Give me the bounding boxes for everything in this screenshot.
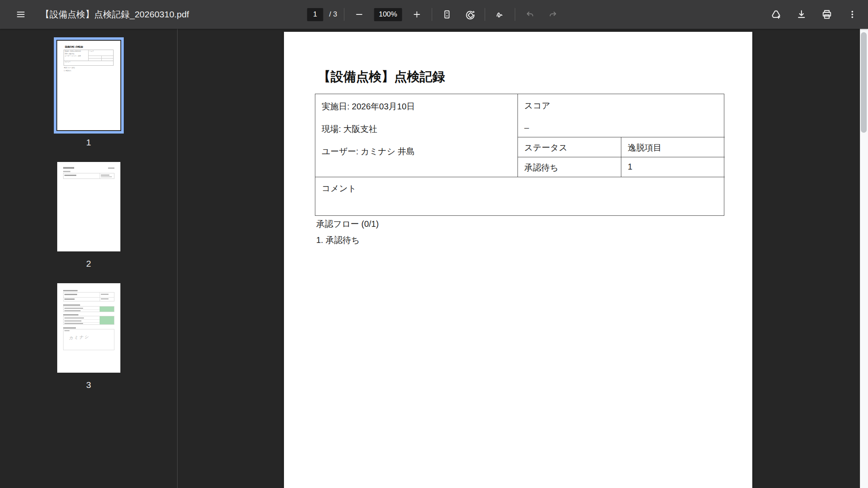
redo-icon — [548, 9, 558, 20]
score-label: スコア — [524, 100, 725, 112]
thumbnail-frame: カミナシ — [54, 280, 124, 376]
printer-icon — [821, 9, 832, 20]
thumbnail-page-image-3: カミナシ — [57, 283, 120, 373]
thumbnail-page-3[interactable]: カミナシ 3 — [54, 280, 124, 390]
page-total-label: / 3 — [329, 10, 337, 19]
minus-icon — [354, 10, 364, 19]
download-button[interactable] — [793, 6, 810, 22]
status-header-cell: ステータス — [518, 137, 621, 157]
thumbnail-selection-frame: 【設備点検】点検記録 実施日: 2026年03月10日 現場: 大阪支社 ユーザ… — [54, 37, 124, 134]
undo-button[interactable] — [522, 6, 538, 22]
mini-signature: カミナシ — [68, 334, 89, 341]
inspection-site: 現場: 大阪支社 — [322, 123, 517, 135]
fit-page-icon — [442, 9, 452, 20]
rotate-counterclockwise-icon — [465, 9, 475, 20]
toolbar-left: 【設備点検】点検記録_20260310.pdf — [0, 6, 189, 22]
redo-button[interactable] — [545, 6, 561, 22]
thumbnail-page-image-2 — [57, 162, 120, 251]
toolbar-center: / 3 100% — [307, 0, 561, 29]
report-title: 【設備点検】点検記録 — [318, 68, 445, 86]
rotate-button[interactable] — [462, 6, 478, 22]
menu-button[interactable] — [13, 6, 29, 22]
zoom-in-button[interactable] — [409, 6, 425, 22]
mini-comment-box: コメント — [64, 61, 114, 66]
thumbnail-page-number: 3 — [86, 380, 91, 390]
add-to-drive-button[interactable] — [768, 6, 784, 22]
toolbar-divider — [515, 8, 515, 21]
deviation-header-cell: 逸脱項目 — [621, 137, 725, 157]
more-options-button[interactable] — [844, 6, 860, 22]
toolbar-divider — [484, 8, 485, 21]
deviation-value-cell: 1 — [621, 157, 725, 177]
approval-flow-label: 承認フロー (0/1) — [316, 218, 379, 230]
mini-title: 【設備点検】点検記録 — [64, 45, 83, 48]
page-number-input[interactable] — [307, 8, 323, 21]
approval-step-1: 1. 承認待ち — [316, 234, 360, 246]
status-value-cell: 承認待ち — [518, 157, 621, 177]
pdf-viewer-app: 【設備点検】点検記録_20260310.pdf / 3 100% — [0, 0, 868, 488]
toolbar-divider — [431, 8, 432, 21]
inspection-user: ユーザー: カミナシ 井島 — [322, 146, 517, 157]
print-button[interactable] — [819, 6, 835, 22]
zoom-out-button[interactable] — [351, 6, 367, 22]
pdf-page-1: 【設備点検】点検記録 実施日: 2026年03月10日 現場: 大阪支社 ユーザ… — [284, 32, 752, 488]
hamburger-icon — [16, 9, 26, 20]
info-cell: 実施日: 2026年03月10日 現場: 大阪支社 ユーザー: カミナシ 井島 — [315, 94, 518, 177]
thumbnail-page-1[interactable]: 【設備点検】点検記録 実施日: 2026年03月10日 現場: 大阪支社 ユーザ… — [54, 37, 124, 148]
scrollbar-thumb[interactable] — [861, 32, 867, 133]
thumbnail-page-number: 2 — [86, 259, 91, 269]
comment-cell: コメント — [315, 177, 725, 216]
thumbnail-sidebar: 【設備点検】点検記録 実施日: 2026年03月10日 現場: 大阪支社 ユーザ… — [0, 29, 178, 488]
kebab-menu-icon — [847, 9, 857, 20]
download-icon — [796, 9, 807, 20]
thumbnail-page-image-1: 【設備点検】点検記録 実施日: 2026年03月10日 現場: 大阪支社 ユーザ… — [57, 41, 120, 130]
undo-icon — [525, 9, 535, 20]
ink-pen-icon — [495, 9, 505, 20]
annotate-button[interactable] — [492, 6, 508, 22]
thumbnail-page-2[interactable]: 2 — [54, 159, 124, 269]
vertical-scrollbar[interactable] — [860, 29, 868, 488]
document-viewport[interactable]: 【設備点検】点検記録 実施日: 2026年03月10日 現場: 大阪支社 ユーザ… — [178, 29, 868, 488]
fit-to-page-button[interactable] — [439, 6, 455, 22]
mini-info-table: 実施日: 2026年03月10日 現場: 大阪支社 ユーザー: カミナシ 井島 … — [64, 50, 114, 61]
thumbnail-page-number: 1 — [86, 137, 91, 148]
score-value: – — [524, 123, 725, 133]
zoom-level[interactable]: 100% — [374, 8, 402, 21]
toolbar-right — [768, 0, 860, 29]
toolbar-divider — [344, 8, 344, 21]
toolbar: 【設備点検】点検記録_20260310.pdf / 3 100% — [0, 0, 868, 29]
inspection-date: 実施日: 2026年03月10日 — [322, 101, 517, 112]
score-cell: スコア – — [518, 94, 725, 137]
thumbnail-frame — [54, 159, 124, 255]
inspection-summary-table: 実施日: 2026年03月10日 現場: 大阪支社 ユーザー: カミナシ 井島 … — [315, 94, 724, 216]
plus-icon — [412, 10, 421, 19]
drive-add-icon — [771, 9, 782, 20]
document-title: 【設備点検】点検記録_20260310.pdf — [41, 8, 189, 20]
